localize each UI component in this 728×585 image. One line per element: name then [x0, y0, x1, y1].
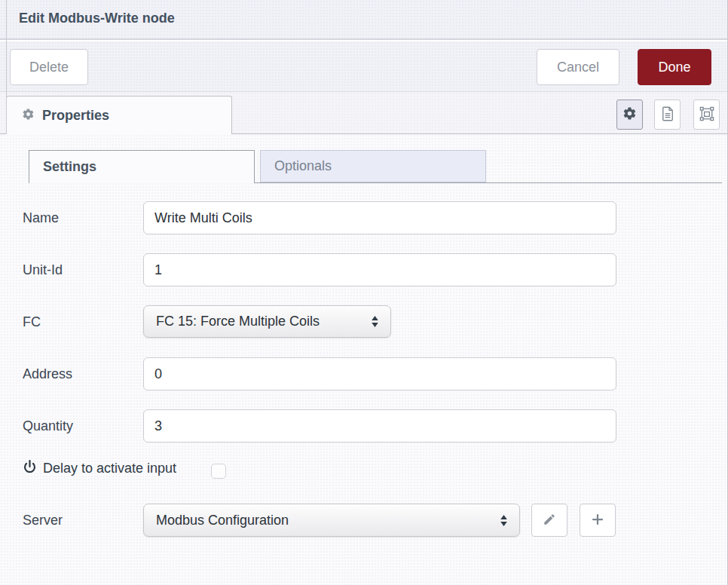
description-icon [660, 106, 675, 124]
server-select-value: Modbus Configuration [156, 513, 500, 528]
address-input[interactable] [143, 357, 616, 391]
tab-properties[interactable]: Properties [6, 96, 232, 134]
fc-select[interactable]: FC 15: Force Multiple Coils [143, 305, 391, 338]
dialog-toolbar: Delete Cancel Done [0, 41, 728, 92]
appearance-button[interactable] [693, 100, 720, 130]
delay-row: Delay to activate input [23, 458, 176, 478]
power-icon [23, 459, 37, 478]
address-label: Address [23, 357, 136, 391]
properties-view-button[interactable] [616, 100, 643, 130]
delay-label: Delay to activate input [43, 461, 176, 476]
server-select[interactable]: Modbus Configuration [143, 504, 520, 537]
plus-icon [591, 513, 604, 528]
dialog-header: Edit Modbus-Write node [0, 0, 728, 40]
done-button[interactable]: Done [638, 49, 711, 85]
fc-select-value: FC 15: Force Multiple Coils [156, 314, 372, 329]
select-arrows-icon [372, 316, 378, 327]
panel-tabbar: Properties [0, 92, 728, 134]
appearance-icon [699, 106, 715, 124]
tab-settings[interactable]: Settings [29, 150, 255, 183]
delay-checkbox[interactable] [211, 464, 226, 479]
quantity-input[interactable] [143, 409, 616, 443]
tab-settings-label: Settings [43, 159, 96, 175]
tray-left-border [6, 0, 7, 134]
cancel-button[interactable]: Cancel [537, 49, 619, 85]
properties-panel: Settings Optionals Name Unit-Id FC FC 15… [0, 134, 728, 585]
name-label: Name [23, 201, 136, 234]
tab-properties-label: Properties [42, 108, 109, 124]
select-arrows-icon [500, 515, 507, 526]
delete-button[interactable]: Delete [10, 49, 88, 85]
description-button[interactable] [654, 100, 681, 130]
name-input[interactable] [143, 201, 616, 234]
unit-id-label: Unit-Id [23, 253, 136, 286]
gear-icon [22, 108, 35, 124]
fc-label: FC [23, 305, 136, 338]
edit-node-dialog: Edit Modbus-Write node Delete Cancel Don… [0, 0, 728, 585]
edit-server-button[interactable] [531, 504, 567, 537]
quantity-label: Quantity [23, 409, 136, 443]
gear-icon [622, 106, 637, 123]
tab-optionals-label: Optionals [274, 158, 332, 174]
tab-optionals[interactable]: Optionals [260, 150, 486, 182]
dialog-title: Edit Modbus-Write node [19, 11, 175, 26]
unit-id-input[interactable] [143, 253, 616, 286]
pencil-icon [543, 513, 556, 528]
add-server-button[interactable] [580, 504, 616, 537]
server-label: Server [23, 504, 136, 537]
